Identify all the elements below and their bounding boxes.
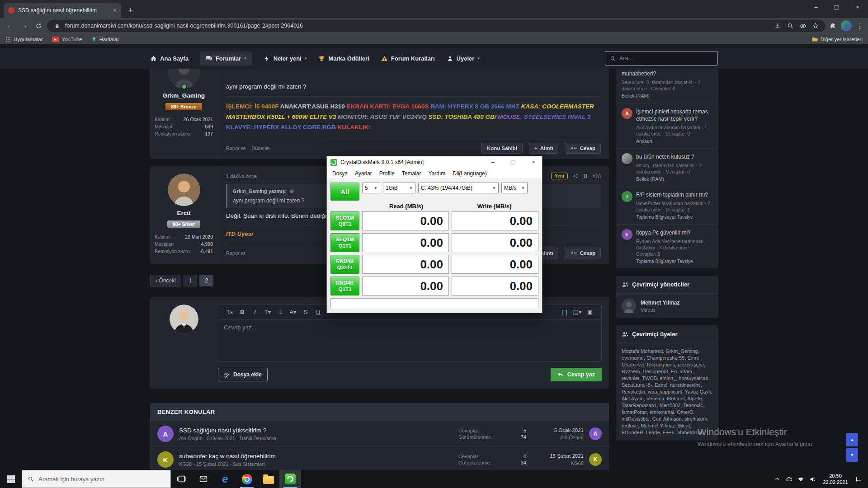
taskbar-crystaldiskmark-button[interactable]: [279, 470, 301, 488]
cdm-minimize-icon[interactable]: –: [484, 156, 501, 168]
sidebar-topic[interactable]: A İşlemci pinleri anakarta temas etmezse…: [616, 103, 718, 148]
maximize-window-icon[interactable]: ▢: [826, 0, 847, 14]
sidebar-topic[interactable]: muhabbetleri? SepuLtura -8- tarafından b…: [616, 69, 718, 103]
url-input[interactable]: [65, 23, 769, 29]
page-1-button[interactable]: 1: [184, 275, 198, 286]
topic-title[interactable]: İşlemci pinleri anakarta temas etmezse n…: [636, 108, 712, 122]
network-wifi-icon[interactable]: [795, 476, 807, 483]
tray-overflow-chevron-icon[interactable]: [771, 476, 783, 483]
topic-category[interactable]: Toplama Bilgisayar Tavsiye: [636, 214, 712, 220]
cdm-test-count-select[interactable]: 5▼: [362, 183, 380, 193]
author-username[interactable]: Ercü: [155, 210, 213, 216]
avatar[interactable]: E: [622, 229, 632, 240]
current-user-avatar[interactable]: [170, 305, 198, 333]
nav-home[interactable]: Ana Sayfa: [150, 55, 189, 62]
topic-category[interactable]: Bellek (RAM): [622, 93, 712, 99]
author-username[interactable]: Grkm_Gaming: [155, 92, 213, 99]
taskbar-mail-button[interactable]: [193, 470, 214, 488]
nav-members[interactable]: Üyeler ▾: [447, 55, 480, 62]
cdm-titlebar[interactable]: CrystalDiskMark 8.0.1 x64 [Admin] – ▢ ×: [327, 156, 542, 168]
prev-page-button[interactable]: ‹ Önceki: [150, 275, 181, 286]
close-window-icon[interactable]: ×: [847, 0, 868, 14]
cdm-close-icon[interactable]: ×: [525, 156, 542, 168]
other-bookmarks[interactable]: Diğer yer işaretleri: [812, 37, 863, 42]
scroll-down-button[interactable]: ▼: [846, 448, 858, 462]
cdm-target-drive-select[interactable]: C: 43% (194/447GiB)▼: [418, 183, 499, 193]
cdm-menu-file[interactable]: Dosya: [329, 170, 351, 177]
forum-search-box[interactable]: [605, 51, 718, 66]
staff-member[interactable]: Mehmet Yılmaz Vitreus: [616, 294, 718, 318]
topic-title[interactable]: F/P sistem topladım alınır mı?: [636, 191, 712, 198]
cdm-test-size-select[interactable]: 1GiB▼: [383, 183, 415, 193]
minimize-window-icon[interactable]: –: [806, 0, 826, 14]
topic-category[interactable]: Bellek (RAM): [636, 176, 712, 182]
nav-whats-new[interactable]: Neler yeni ▾: [264, 55, 307, 62]
topic-title[interactable]: muhabbetleri?: [622, 70, 712, 77]
similar-thread-row[interactable]: A SSD sağlığını nasıl yükseltirim ? Ata …: [150, 421, 609, 446]
cdm-all-button[interactable]: All: [330, 183, 359, 201]
avatar[interactable]: İ: [622, 191, 632, 202]
refresh-icon[interactable]: [33, 20, 44, 32]
sidebar-topic[interactable]: bu ürün neten kutusuz ? eminn_ tarafında…: [616, 148, 718, 186]
menu-dots-icon[interactable]: ⋮: [855, 22, 864, 30]
nav-forum-rules[interactable]: Forum Kuralları: [381, 55, 435, 62]
topic-title[interactable]: İtopya Pc güvenilir mi?: [636, 229, 712, 236]
cdm-test-button[interactable]: RND4KQ1T1: [330, 277, 359, 296]
cdm-menu-profile[interactable]: Profile: [376, 170, 398, 177]
sidebar-topic[interactable]: E İtopya Pc güvenilir mi? Eymen Ada Yeşi…: [616, 224, 718, 268]
omnibox[interactable]: [47, 20, 826, 32]
edit-link[interactable]: Düzenle: [251, 145, 269, 151]
italic-icon[interactable]: I: [249, 309, 261, 315]
code-icon[interactable]: [ ]: [559, 309, 571, 315]
report-link[interactable]: Rapor et: [226, 250, 245, 256]
notification-center-icon[interactable]: [853, 476, 864, 483]
onedrive-cloud-icon[interactable]: [783, 476, 795, 483]
expand-quote-icon[interactable]: ⊕: [289, 188, 294, 194]
lock-icon[interactable]: [52, 23, 61, 29]
cdm-menu-themes[interactable]: Temalar: [398, 170, 425, 177]
thread-title[interactable]: SSD sağlığını nasıl yükseltirim ?: [179, 427, 453, 434]
topic-category[interactable]: Anakart: [636, 138, 712, 144]
attach-file-button[interactable]: Dosya ekle: [218, 368, 268, 381]
reply-button[interactable]: ““Cevap: [565, 248, 601, 258]
avatar[interactable]: K: [157, 451, 174, 468]
taskbar-edge-button[interactable]: e: [214, 470, 236, 488]
volume-icon[interactable]: [807, 476, 818, 483]
post-number[interactable]: #18: [593, 174, 601, 179]
cdm-menu-help[interactable]: Yardım: [425, 170, 449, 177]
underline-icon[interactable]: U: [312, 309, 324, 315]
crystaldiskmark-window[interactable]: CrystalDiskMark 8.0.1 x64 [Admin] – ▢ × …: [326, 156, 542, 313]
last-poster-avatar[interactable]: A: [589, 427, 602, 440]
emoji-icon[interactable]: ☺: [274, 309, 286, 315]
topic-category[interactable]: Toplama Bilgisayar Tavsiye: [636, 258, 712, 264]
font-color-icon[interactable]: A▾: [287, 309, 299, 315]
bookmark-maps[interactable]: Haritalar: [91, 36, 119, 42]
bold-icon[interactable]: B: [236, 309, 248, 315]
taskbar-clock[interactable]: 20:50 22.02.2021: [818, 473, 853, 485]
cdm-menu-settings[interactable]: Ayarlar: [351, 170, 376, 177]
topic-title[interactable]: bu ürün neten kutusuz ?: [636, 153, 712, 160]
tab-close-icon[interactable]: ×: [113, 7, 117, 14]
share-icon[interactable]: [572, 173, 578, 179]
thread-title[interactable]: subwoofer kaç w nasıl öğrenebilirim: [179, 453, 453, 460]
download-icon[interactable]: [773, 23, 782, 29]
start-button[interactable]: [0, 470, 22, 488]
report-link[interactable]: Rapor et: [226, 145, 245, 151]
bookmark-apps[interactable]: Uygulamalar: [5, 37, 43, 42]
new-tab-button[interactable]: +: [125, 5, 137, 16]
submit-reply-button[interactable]: Cevap yaz: [551, 368, 602, 381]
extensions-puzzle-icon[interactable]: [828, 23, 837, 29]
post-timestamp[interactable]: 1 dakika önce: [226, 174, 257, 179]
taskbar-file-explorer-button[interactable]: [258, 470, 279, 488]
avatar[interactable]: [168, 69, 200, 89]
reply-text-area[interactable]: Cevap yaz...: [218, 319, 601, 361]
save-draft-icon[interactable]: ▤▾: [571, 309, 583, 315]
avatar[interactable]: A: [157, 426, 174, 442]
gallery-icon[interactable]: ▣: [584, 309, 596, 315]
zoom-icon[interactable]: [786, 23, 795, 29]
cdm-test-button[interactable]: RND4KQ32T1: [330, 255, 359, 274]
avatar[interactable]: [622, 153, 632, 164]
browser-tab[interactable]: SSD sağlığını nasıl öğrenebilirim ×: [4, 3, 121, 18]
last-poster-avatar[interactable]: K: [589, 453, 602, 466]
sidebar-topic[interactable]: İ F/P sistem topladım alınır mı? İsmetPo…: [616, 186, 718, 224]
